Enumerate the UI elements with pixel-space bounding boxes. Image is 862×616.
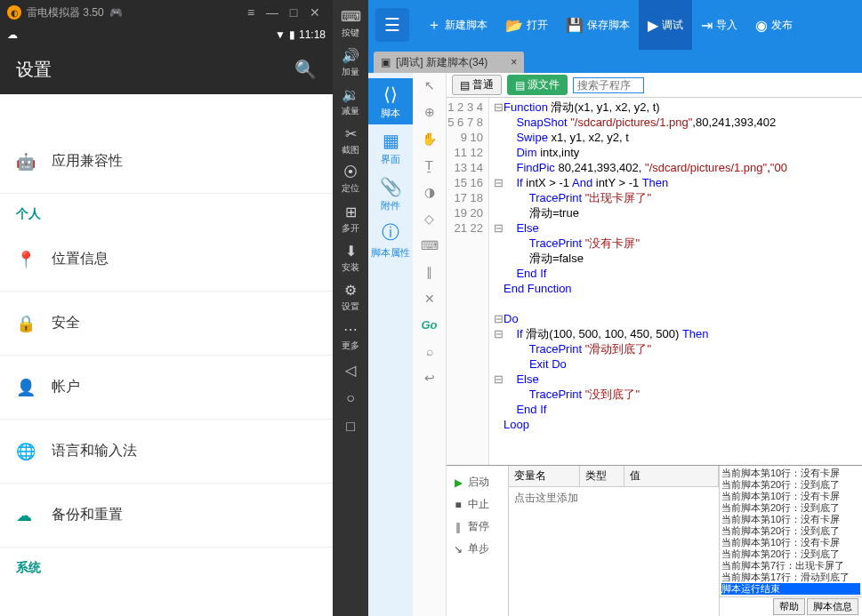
save-button[interactable]: 💾保存脚本 [557,0,639,50]
tool-more[interactable]: ⋯更多 [333,316,368,356]
wrap-icon[interactable]: ↩ [424,371,435,385]
nav-back[interactable]: ◁ [333,356,368,384]
color-icon[interactable]: ◑ [424,185,435,199]
tool-screenshot[interactable]: ✂截图 [333,121,368,160]
go-icon[interactable]: Go [421,318,437,332]
help-button[interactable]: 帮助 [773,598,805,615]
import-button[interactable]: ⇥导入 [692,0,746,50]
script-tab[interactable]: ▣ [调试] 新建脚本(34) × [374,52,524,73]
debug-pause-button[interactable]: ‖暂停 [450,516,504,538]
settings-row[interactable] [0,94,333,130]
row-label: 位置信息 [52,250,109,268]
emulator-toolbar: ⌨按键 🔊加量 🔉减量 ✂截图 ⦿定位 ⊞多开 ⬇安装 ⚙设置 ⋯更多 ◁ ○ … [333,0,368,616]
nav-props[interactable]: ⓘ脚本属性 [368,217,413,263]
emulator-title: 雷电模拟器 3.50 [27,5,104,20]
view-source-button[interactable]: ▤ 源文件 [507,75,568,95]
nav-home[interactable]: ○ [333,384,368,412]
row-label: 备份和重置 [52,506,123,524]
shape-icon[interactable]: ◇ [424,212,434,226]
tab-bar: ▣ [调试] 新建脚本(34) × [368,50,862,73]
view-normal-button[interactable]: ▤ 普通 [452,75,502,95]
code-editor[interactable]: 1 2 3 4 5 6 7 8 9 10 11 12 13 14 15 16 1… [447,98,862,465]
settings-row-compat[interactable]: 🤖 应用兼容性 [0,130,333,194]
file-icon: ▣ [381,56,391,68]
find-icon[interactable]: ⌕ [426,344,433,358]
nav-script[interactable]: ⟨⟩脚本 [368,78,413,124]
play-icon: ▶ [452,476,464,489]
tool-install[interactable]: ⬇安装 [333,238,368,277]
location-icon: 📍 [16,250,52,269]
open-button[interactable]: 📂打开 [496,0,557,50]
settings-header: 设置 🔍 [0,44,333,94]
tool-locate[interactable]: ⦿定位 [333,160,368,199]
pointer-icon[interactable]: ↖ [424,78,435,92]
debug-stop-button[interactable]: ■中止 [450,493,504,516]
row-label: 语言和输入法 [52,442,137,460]
settings-row-security[interactable]: 🔒 安全 [0,292,333,356]
hand-icon[interactable]: ✋ [422,132,437,146]
script-info-button[interactable]: 脚本信息 [807,598,858,615]
log-panel: 当前脚本第10行：没有卡屏当前脚本第20行：没到底了当前脚本第10行：没有卡屏当… [720,466,862,616]
tool-settings[interactable]: ⚙设置 [333,277,368,316]
nav-attach[interactable]: 📎附件 [368,171,413,217]
nav-ui[interactable]: ▦界面 [368,124,413,171]
line-icon[interactable]: ∥ [426,265,432,279]
gear-icon: ⚙ [344,282,357,299]
apk-icon: ⬇ [345,243,357,260]
code-area[interactable]: ⊟Function 滑动(x1, y1, x2, y2, t) SnapShot… [489,98,862,465]
tool-volup[interactable]: 🔊加量 [333,43,368,82]
row-label: 帐户 [52,378,80,396]
debug-button[interactable]: ▶调试 [639,0,692,50]
home-icon: ○ [346,390,355,406]
clip-icon: 📎 [380,176,402,197]
target-icon[interactable]: ⊕ [424,105,435,119]
plus-icon: ＋ [427,16,441,35]
volup-icon: 🔊 [342,47,359,64]
info-icon: ⓘ [382,220,399,244]
tool-multi[interactable]: ⊞多开 [333,199,368,238]
line-gutter: 1 2 3 4 5 6 7 8 9 10 11 12 13 14 15 16 1… [447,98,489,465]
maximize-button[interactable]: □ [283,5,304,20]
emulator-titlebar: ◐ 雷电模拟器 3.50 🎮 ≡ — □ ✕ [0,0,333,25]
wifi-icon: ▼ [275,28,286,41]
debug-panel: ▶启动 ■中止 ‖暂停 ↘单步 变量名 类型 值 点击这里添加 当前脚本第10行… [447,465,862,616]
ide-panel: ☰ ＋新建脚本 📂打开 💾保存脚本 ▶调试 ⇥导入 ◉发布 ▣ [调试] 新建脚… [368,0,862,616]
settings-row-location[interactable]: 📍 位置信息 [0,228,333,292]
nav-recent[interactable]: □ [333,412,368,441]
android-statusbar: ☁ ▼ ▮ 11:18 [0,25,333,44]
save-icon: 💾 [566,17,584,34]
new-script-button[interactable]: ＋新建脚本 [418,0,496,50]
settings-row-backup[interactable]: ☁ 备份和重置 [0,484,333,548]
emulator-panel: ◐ 雷电模拟器 3.50 🎮 ≡ — □ ✕ ☁ ▼ ▮ 11:18 设置 🔍 … [0,0,333,616]
search-subroutine-input[interactable] [573,77,644,93]
menu-icon[interactable]: ≡ [240,5,262,20]
lock-icon: 🔒 [16,314,52,333]
tool-voldown[interactable]: 🔉减量 [333,82,368,121]
step-icon: ↘ [452,543,464,556]
cloud-icon: ☁ [7,28,18,41]
add-variable-hint[interactable]: 点击这里添加 [509,487,719,616]
settings-row-account[interactable]: 👤 帐户 [0,356,333,420]
android-icon: 🤖 [16,152,52,172]
settings-row-language[interactable]: 🌐 语言和输入法 [0,420,333,484]
stop-icon: ■ [452,499,464,511]
log-body: 当前脚本第10行：没有卡屏当前脚本第20行：没到底了当前脚本第10行：没有卡屏当… [720,466,862,596]
cross-icon[interactable]: ✕ [424,292,435,306]
tool-keys[interactable]: ⌨按键 [333,4,368,43]
minimize-button[interactable]: — [262,5,283,20]
text-icon[interactable]: Ṯ [425,158,433,172]
close-tab-icon[interactable]: × [511,56,517,68]
section-system: 系统 [0,548,333,581]
scissors-icon: ✂ [345,125,357,142]
variables-panel: 变量名 类型 值 点击这里添加 [509,466,720,616]
key-icon[interactable]: ⌨ [421,238,439,252]
keyboard-icon: ⌨ [341,8,361,25]
publish-icon: ◉ [755,17,768,34]
menu-button[interactable]: ☰ [375,8,409,42]
close-button[interactable]: ✕ [304,5,326,20]
debug-start-button[interactable]: ▶启动 [450,471,504,493]
publish-button[interactable]: ◉发布 [746,0,802,50]
search-icon[interactable]: 🔍 [294,59,317,80]
multi-icon: ⊞ [345,204,357,220]
debug-step-button[interactable]: ↘单步 [450,538,504,560]
